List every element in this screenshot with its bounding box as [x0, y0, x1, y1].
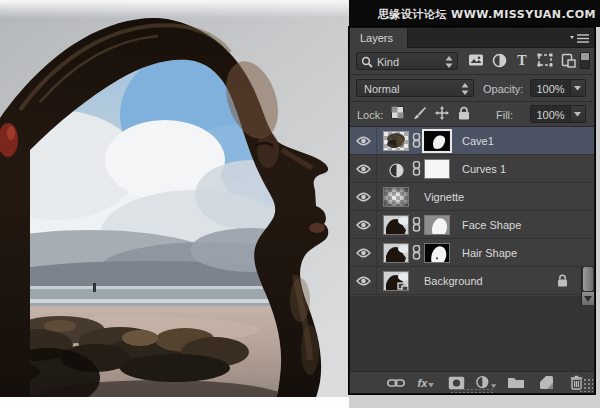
- filter-pixel-layers-icon[interactable]: [466, 52, 486, 70]
- background-lock-icon[interactable]: [557, 274, 568, 289]
- layer-name[interactable]: Vignette: [424, 191, 464, 203]
- fill-value[interactable]: 100%: [530, 105, 571, 123]
- updown-arrows-icon: [445, 56, 453, 68]
- layer-row-vignette[interactable]: Vignette: [350, 183, 594, 211]
- tab-layers-label: Layers: [360, 32, 393, 44]
- layer-thumbnail[interactable]: [383, 187, 409, 207]
- visibility-eye-icon[interactable]: [350, 239, 377, 266]
- kind-filter-label: Kind: [377, 56, 399, 68]
- layer-list: Cave1 Curves 1 Vignette: [350, 127, 594, 295]
- opacity-value[interactable]: 100%: [530, 79, 571, 97]
- filter-adjustment-layers-icon[interactable]: [489, 52, 509, 70]
- link-icon: [412, 133, 422, 149]
- layer-name[interactable]: Hair Shape: [462, 247, 517, 259]
- blend-row: Normal Opacity: 100%: [350, 75, 594, 102]
- visibility-eye-icon[interactable]: [350, 183, 377, 210]
- curves-adjustment-icon[interactable]: [383, 160, 409, 180]
- lock-paint-icon[interactable]: [410, 106, 429, 122]
- layer-row-hair-shape[interactable]: Hair Shape: [350, 239, 594, 267]
- link-icon: [412, 245, 422, 261]
- panel-menu-icon[interactable]: [570, 33, 590, 44]
- lock-label: Lock:: [357, 109, 383, 121]
- top-dark-strip: 思缘设计论坛 WWW.MISSYUAN.COM: [349, 0, 600, 27]
- hair-tie-highlight: [7, 126, 15, 140]
- updown-arrows-icon: [461, 83, 469, 95]
- distant-figure: [93, 283, 96, 292]
- filter-on-off-toggle[interactable]: [580, 52, 590, 69]
- visibility-eye-icon[interactable]: [350, 267, 377, 294]
- layer-name[interactable]: Face Shape: [462, 219, 521, 231]
- layer-thumbnail[interactable]: [383, 271, 409, 291]
- panel-resize-grip[interactable]: [579, 378, 593, 392]
- new-layer-icon[interactable]: [536, 375, 556, 391]
- visibility-eye-icon[interactable]: [350, 155, 377, 182]
- layer-list-scrollbar[interactable]: [581, 267, 593, 305]
- blend-mode-value: Normal: [364, 83, 399, 95]
- layer-list-empty-area[interactable]: [350, 296, 594, 371]
- filter-row: Kind T: [350, 48, 594, 75]
- layer-name[interactable]: Curves 1: [462, 163, 506, 175]
- layer-mask-thumbnail[interactable]: [424, 159, 450, 179]
- search-icon: [361, 56, 373, 70]
- lock-transparency-icon[interactable]: [388, 106, 407, 122]
- layer-mask-thumbnail[interactable]: [424, 243, 450, 263]
- kind-filter-dropdown[interactable]: Kind: [356, 52, 458, 70]
- filter-type-buttons: T: [466, 52, 578, 70]
- layer-row-background[interactable]: Background: [350, 267, 594, 295]
- svg-text:T: T: [517, 53, 527, 67]
- layers-panel: Layers Kind T: [349, 27, 595, 394]
- top-white-band: [0, 0, 349, 18]
- layer-thumbnail[interactable]: [383, 131, 409, 151]
- tab-layers[interactable]: Layers: [350, 28, 408, 48]
- scrollbar-thumb[interactable]: [583, 267, 593, 291]
- scrollbar-down-button[interactable]: [582, 292, 594, 305]
- layer-row-curves-1[interactable]: Curves 1: [350, 155, 594, 183]
- layer-name[interactable]: Background: [424, 275, 483, 287]
- blend-mode-dropdown[interactable]: Normal: [356, 79, 474, 97]
- lock-buttons: [388, 106, 473, 122]
- lock-all-icon[interactable]: [454, 106, 473, 122]
- link-icon: [412, 217, 422, 233]
- layer-name[interactable]: Cave1: [462, 135, 494, 147]
- link-layers-icon[interactable]: [386, 375, 406, 391]
- link-icon: [412, 161, 422, 177]
- new-group-folder-icon[interactable]: [506, 375, 526, 391]
- panel-resize-handle[interactable]: [450, 388, 494, 393]
- fill-dropdown-button[interactable]: [571, 105, 586, 123]
- composite-photo: [0, 0, 349, 408]
- layer-row-face-shape[interactable]: Face Shape: [350, 211, 594, 239]
- bottom-white-band: [0, 397, 349, 408]
- lock-position-icon[interactable]: [432, 106, 451, 122]
- filter-smart-object-icon[interactable]: [558, 52, 578, 70]
- filter-shape-layers-icon[interactable]: [535, 52, 555, 70]
- opacity-dropdown-button[interactable]: [571, 79, 586, 97]
- visibility-eye-icon[interactable]: [350, 127, 377, 154]
- visibility-eye-icon[interactable]: [350, 211, 377, 238]
- opacity-label: Opacity:: [483, 83, 523, 95]
- layer-mask-thumbnail[interactable]: [424, 131, 450, 151]
- layer-mask-thumbnail[interactable]: [424, 215, 450, 235]
- filter-type-layers-icon[interactable]: T: [512, 52, 532, 70]
- fx-label: fx: [418, 377, 428, 389]
- document-canvas[interactable]: [0, 0, 349, 408]
- lock-row: Lock: Fill: 100%: [350, 102, 594, 127]
- layer-row-cave1[interactable]: Cave1: [350, 127, 594, 155]
- layer-styles-fx-icon[interactable]: fx: [416, 375, 436, 391]
- watermark-text: 思缘设计论坛 WWW.MISSYUAN.COM: [378, 7, 596, 22]
- fill-label: Fill:: [496, 109, 513, 121]
- layer-thumbnail[interactable]: [383, 243, 409, 263]
- layer-thumbnail[interactable]: [383, 215, 409, 235]
- panel-tab-bar: Layers: [350, 28, 594, 48]
